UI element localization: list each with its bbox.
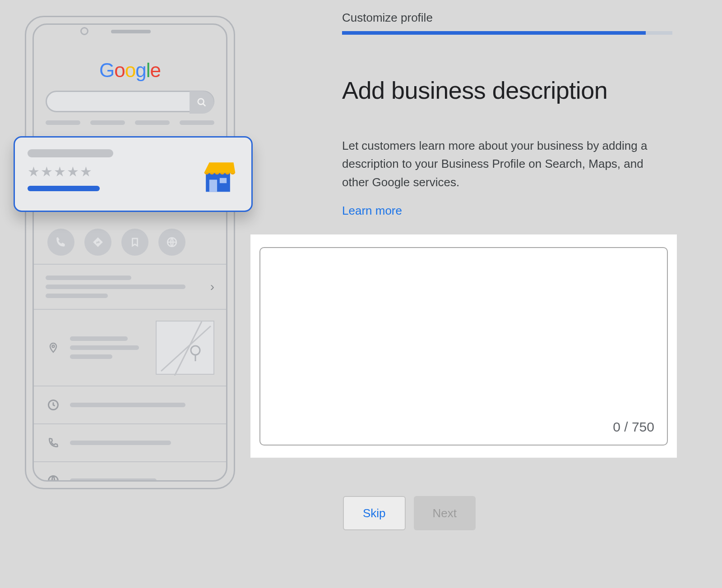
- pin-icon: [46, 340, 61, 355]
- storefront-icon: [197, 154, 239, 195]
- skip-button[interactable]: Skip: [343, 496, 406, 530]
- svg-line-1: [203, 104, 206, 106]
- phone-icon: [46, 435, 61, 450]
- svg-line-5: [175, 322, 202, 376]
- illustration-address-row: [34, 309, 226, 386]
- illustration-action-buttons: [47, 229, 213, 256]
- phone-illustration: Google ›: [25, 16, 235, 489]
- globe-icon: [46, 473, 61, 482]
- bookmark-icon: [121, 229, 148, 256]
- illustration-website-row: [34, 461, 226, 482]
- globe-icon: [158, 229, 185, 256]
- map-thumbnail: [156, 321, 214, 375]
- page-title: Add business description: [342, 76, 672, 104]
- svg-point-0: [198, 99, 204, 105]
- listing-accent-bar: [28, 186, 100, 191]
- character-counter: 0 / 750: [613, 419, 654, 435]
- search-icon: [190, 91, 214, 114]
- business-description-input[interactable]: [259, 247, 668, 446]
- progress-bar: [342, 31, 672, 35]
- clock-icon: [46, 397, 61, 413]
- svg-rect-11: [220, 178, 227, 184]
- phone-screen: Google ›: [32, 23, 227, 482]
- directions-icon: [84, 229, 111, 256]
- svg-rect-10: [209, 180, 217, 192]
- svg-point-3: [52, 345, 55, 348]
- illustration-tab-row: [46, 120, 214, 125]
- business-listing-card: ★★★★★: [14, 136, 253, 212]
- illustration-hours-row: [34, 386, 226, 423]
- chevron-right-icon: ›: [210, 280, 214, 294]
- google-logo: Google: [34, 59, 226, 82]
- form-panel: Customize profile Add business descripti…: [342, 11, 672, 218]
- call-icon: [47, 229, 74, 256]
- illustration-summary-row: ›: [34, 264, 226, 309]
- description-input-highlight: 0 / 750: [250, 234, 677, 458]
- progress-bar-fill: [342, 31, 646, 35]
- listing-title-placeholder: [28, 149, 113, 157]
- page-description: Let customers learn more about your busi…: [342, 137, 649, 191]
- illustration-phone-row: [34, 423, 226, 461]
- svg-point-6: [191, 346, 200, 355]
- progress-step-label: Customize profile: [342, 11, 672, 25]
- description-input-wrap: 0 / 750: [259, 247, 668, 446]
- learn-more-link[interactable]: Learn more: [342, 204, 402, 218]
- form-actions: Skip Next: [343, 496, 476, 530]
- svg-line-4: [161, 326, 211, 371]
- illustration-search-bar: [46, 91, 214, 112]
- next-button[interactable]: Next: [414, 496, 476, 530]
